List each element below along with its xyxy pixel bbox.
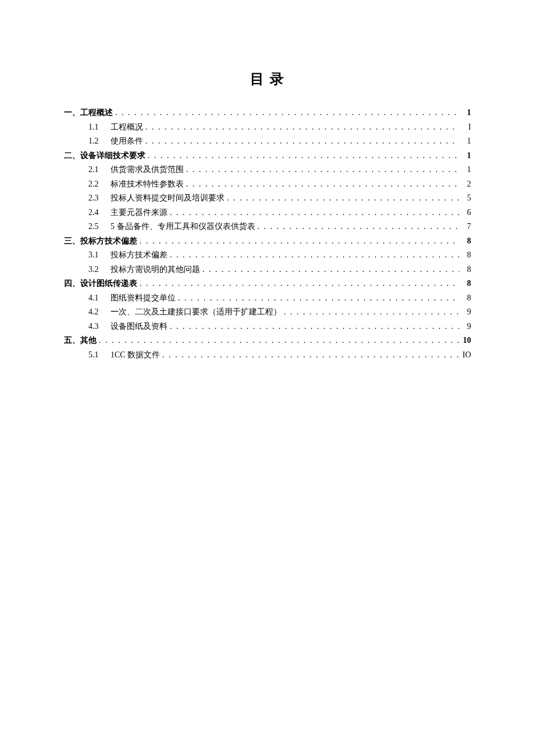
toc-leader-dots: . . . . . . . . . . . . . . . . . . . . … <box>167 248 459 263</box>
toc-entry: 1.1工程概况. . . . . . . . . . . . . . . . .… <box>64 120 471 135</box>
toc-entry-page: 9 <box>459 320 471 334</box>
toc-entry-page: 1 <box>459 163 471 177</box>
toc-entry-page: IO <box>459 348 471 363</box>
toc-entry: 2.55 备品备件、专用工具和仪器仪表供货表. . . . . . . . . … <box>64 220 471 234</box>
toc-entry-page: 7 <box>459 220 471 234</box>
toc-entry-marker: 二、 <box>64 149 80 163</box>
toc-entry-page: 8 <box>459 277 471 291</box>
toc-entry-page: 1 <box>459 134 471 149</box>
toc-entry-title: 5 备品备件、专用工具和仪器仪表供货表 <box>110 220 255 234</box>
toc-entry-title: 投标方技术偏差 <box>80 234 137 249</box>
toc-leader-dots: . . . . . . . . . . . . . . . . . . . . … <box>137 234 459 249</box>
toc-entry-title: 使用条件 <box>110 134 143 149</box>
toc-entry: 四、设计图纸传递表. . . . . . . . . . . . . . . .… <box>64 277 471 291</box>
toc-leader-dots: . . . . . . . . . . . . . . . . . . . . … <box>184 163 459 177</box>
toc-entry-page: 1 <box>459 149 471 163</box>
toc-entry-marker: 一、 <box>64 106 80 120</box>
toc-entry: 1.2使用条件. . . . . . . . . . . . . . . . .… <box>64 134 471 149</box>
toc-entry-page: 8 <box>459 263 471 277</box>
toc-entry-title: 投标方技术偏差 <box>110 248 167 263</box>
toc-entry-title: 1CC 数据文件 <box>110 348 160 363</box>
toc-entry-marker: 1.1 <box>88 120 110 135</box>
toc-entry-title: 工程概述 <box>80 106 113 120</box>
toc-entry-page: 8 <box>459 234 471 249</box>
toc-entry-page: 5 <box>459 191 471 206</box>
toc-entry-page: 9 <box>459 305 471 320</box>
toc-entry: 4.1图纸资料提交单位. . . . . . . . . . . . . . .… <box>64 291 471 306</box>
table-of-contents: 一、工程概述. . . . . . . . . . . . . . . . . … <box>64 106 471 362</box>
toc-entry-title: 一次、二次及土建接口要求（适用于扩建工程） <box>110 305 281 320</box>
toc-leader-dots: . . . . . . . . . . . . . . . . . . . . … <box>137 277 459 291</box>
toc-entry-page: 8 <box>459 291 471 306</box>
toc-entry-title: 设备详细技术要求 <box>80 149 145 163</box>
toc-entry-marker: 4.1 <box>88 291 110 306</box>
toc-entry: 5.11CC 数据文件. . . . . . . . . . . . . . .… <box>64 348 471 363</box>
toc-leader-dots: . . . . . . . . . . . . . . . . . . . . … <box>143 134 459 149</box>
toc-entry-marker: 五、 <box>64 334 80 348</box>
toc-entry-page: 1 <box>459 106 471 120</box>
toc-leader-dots: . . . . . . . . . . . . . . . . . . . . … <box>143 120 459 135</box>
toc-leader-dots: . . . . . . . . . . . . . . . . . . . . … <box>281 305 459 320</box>
toc-entry-title: 设备图纸及资料 <box>110 320 167 334</box>
toc-entry-title: 标准技术特性参数表 <box>110 177 184 192</box>
toc-entry-marker: 2.3 <box>88 191 110 206</box>
toc-entry: 2.2标准技术特性参数表. . . . . . . . . . . . . . … <box>64 177 471 192</box>
toc-entry-page: 6 <box>459 206 471 220</box>
toc-entry-title: 设计图纸传递表 <box>80 277 137 291</box>
toc-entry-page: 2 <box>459 177 471 192</box>
toc-entry: 二、设备详细技术要求. . . . . . . . . . . . . . . … <box>64 149 471 163</box>
toc-leader-dots: . . . . . . . . . . . . . . . . . . . . … <box>113 106 459 120</box>
toc-entry: 3.2投标方需说明的其他问题. . . . . . . . . . . . . … <box>64 263 471 277</box>
toc-entry-marker: 3.2 <box>88 263 110 277</box>
toc-entry: 五、其他. . . . . . . . . . . . . . . . . . … <box>64 334 471 348</box>
toc-leader-dots: . . . . . . . . . . . . . . . . . . . . … <box>200 263 459 277</box>
toc-entry: 三、投标方技术偏差. . . . . . . . . . . . . . . .… <box>64 234 471 249</box>
toc-leader-dots: . . . . . . . . . . . . . . . . . . . . … <box>97 334 459 348</box>
toc-entry: 4.3设备图纸及资料. . . . . . . . . . . . . . . … <box>64 320 471 334</box>
toc-entry-title: 其他 <box>80 334 97 348</box>
toc-entry-marker: 2.4 <box>88 206 110 220</box>
toc-entry-marker: 5.1 <box>88 348 110 363</box>
toc-entry: 2.3投标人资料提交时间及培训要求. . . . . . . . . . . .… <box>64 191 471 206</box>
toc-entry-page: I <box>459 120 471 135</box>
toc-leader-dots: . . . . . . . . . . . . . . . . . . . . … <box>167 206 459 220</box>
toc-entry-title: 图纸资料提交单位 <box>110 291 176 306</box>
toc-entry-marker: 4.3 <box>88 320 110 334</box>
toc-entry-marker: 2.5 <box>88 220 110 234</box>
toc-entry-marker: 2.1 <box>88 163 110 177</box>
toc-entry-marker: 四、 <box>64 277 80 291</box>
toc-entry: 一、工程概述. . . . . . . . . . . . . . . . . … <box>64 106 471 120</box>
toc-entry-marker: 4.2 <box>88 305 110 320</box>
toc-entry-title: 投标方需说明的其他问题 <box>110 263 200 277</box>
toc-entry: 4.2一次、二次及土建接口要求（适用于扩建工程）. . . . . . . . … <box>64 305 471 320</box>
toc-entry: 2.1供货需求及供货范围. . . . . . . . . . . . . . … <box>64 163 471 177</box>
toc-title: 目 录 <box>64 70 471 88</box>
toc-leader-dots: . . . . . . . . . . . . . . . . . . . . … <box>145 149 459 163</box>
toc-entry-title: 供货需求及供货范围 <box>110 163 184 177</box>
toc-entry-title: 主要元器件来源 <box>110 206 167 220</box>
toc-entry: 3.1投标方技术偏差. . . . . . . . . . . . . . . … <box>64 248 471 263</box>
toc-leader-dots: . . . . . . . . . . . . . . . . . . . . … <box>224 191 459 206</box>
toc-entry-page: 10 <box>459 334 471 348</box>
toc-entry-marker: 3.1 <box>88 248 110 263</box>
toc-entry-marker: 1.2 <box>88 134 110 149</box>
toc-entry-title: 工程概况 <box>110 120 143 135</box>
toc-leader-dots: . . . . . . . . . . . . . . . . . . . . … <box>255 220 460 234</box>
toc-entry-title: 投标人资料提交时间及培训要求 <box>110 191 224 206</box>
toc-leader-dots: . . . . . . . . . . . . . . . . . . . . … <box>167 320 459 334</box>
toc-entry-marker: 2.2 <box>88 177 110 192</box>
toc-entry-page: 8 <box>459 248 471 263</box>
toc-leader-dots: . . . . . . . . . . . . . . . . . . . . … <box>184 177 459 192</box>
toc-entry-marker: 三、 <box>64 234 80 249</box>
toc-leader-dots: . . . . . . . . . . . . . . . . . . . . … <box>176 291 459 306</box>
toc-leader-dots: . . . . . . . . . . . . . . . . . . . . … <box>160 348 459 363</box>
toc-entry: 2.4主要元器件来源. . . . . . . . . . . . . . . … <box>64 206 471 220</box>
